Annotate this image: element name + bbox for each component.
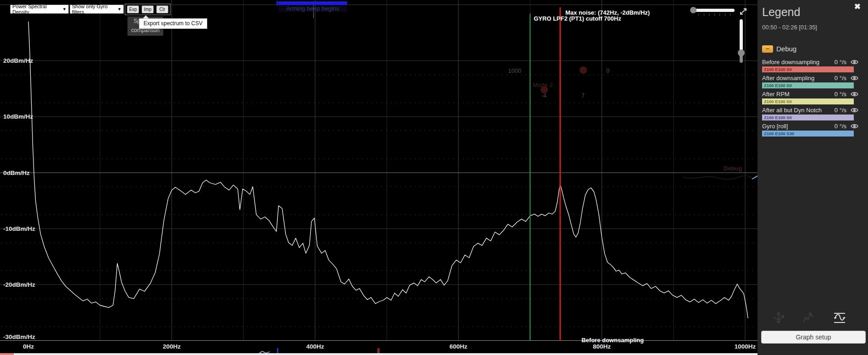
svg-text:600Hz: 600Hz [449,343,467,350]
svg-text:0dBm/Hz: 0dBm/Hz [3,169,30,176]
legend-entry[interactable]: After RPM0 °/sZ100 E100 S0 [762,91,858,107]
legend-entry-curve-settings[interactable]: Z100 E100 S0 [762,66,854,72]
legend-entry-label: After downsampling [762,75,835,82]
legend-entry-curve-settings[interactable]: Z100 E100 S0 [762,98,854,104]
zoom-vertical-icon[interactable] [771,311,786,325]
import-button[interactable]: Imp [142,5,154,13]
svg-text:800Hz: 800Hz [593,343,611,350]
timeline-arming-tick [277,348,278,353]
zoom-slider-tick [730,14,730,16]
horizontal-zoom-slider[interactable] [692,9,735,12]
legend-entry-label: Before downsampling [762,59,835,66]
legend-entry-curve-settings[interactable]: Z100 E100 S0 [762,82,854,88]
legend-entry[interactable]: Gyro [roll]0 °/sZ100 E100 S30 [762,123,858,139]
eye-visibility-icon[interactable] [851,123,858,129]
legend-entry[interactable]: After all but Dyn Notch0 °/sZ100 E100 S0 [762,107,858,123]
legend-entry-value: 0 °/s [835,59,846,66]
bg-stick-dot-right [580,66,587,74]
timeline-strip-marker [0,353,14,355]
chevron-down-icon: ▼ [62,7,66,11]
spectrum-analyzer-icon[interactable] [832,311,847,325]
vertical-zoom-tail [740,55,743,63]
spectrum-curve [28,22,748,318]
legend-entry[interactable]: After downsampling0 °/sZ100 E100 S0 [762,75,858,91]
svg-text:400Hz: 400Hz [306,343,324,350]
spectrum-type-select-value: Power Spectral Density [12,4,61,15]
spectrum-chart-region[interactable]: 20dBm/Hz10dBm/Hz0dBm/Hz-10dBm/Hz-20dBm/H… [0,0,757,355]
spectrum-io-button-group: Exp Imp Clr [125,4,171,15]
bg-stick-value-left: -4 [542,93,547,99]
export-csv-tooltip: Export spectrum to CSV [139,18,207,29]
eye-visibility-icon[interactable] [851,75,858,81]
group-collapse-toggle[interactable]: – [762,45,773,53]
zoom-slider-tick [714,14,715,16]
legend-time-range: 00:50 - 02:26 [01:35] [762,24,817,31]
legend-entry-value: 0 °/s [835,91,846,98]
svg-text:-30dBm/Hz: -30dBm/Hz [3,333,35,340]
legend-entry-value: 0 °/s [835,107,846,114]
close-icon[interactable]: ✖ [854,2,861,11]
svg-text:200Hz: 200Hz [163,343,181,350]
timeline-event-tick [377,348,380,353]
svg-text:-10dBm/Hz: -10dBm/Hz [3,225,35,232]
spectrum-plot-canvas[interactable]: 20dBm/Hz10dBm/Hz0dBm/Hz-10dBm/Hz-20dBm/H… [0,0,757,355]
svg-text:20dBm/Hz: 20dBm/Hz [3,57,33,64]
legend-entry-curve-settings[interactable]: Z100 E100 S0 [762,115,854,120]
lpf-cutoff-label: GYRO LPF2 (PT1) cutoff 700Hz [534,15,621,22]
legend-entries: Before downsampling0 °/sZ100 E100 S0Afte… [762,59,858,139]
svg-text:1000Hz: 1000Hz [735,343,756,350]
export-button[interactable]: Exp [127,5,139,13]
blackbox-spectrum-view: 20dBm/Hz10dBm/Hz0dBm/Hz-10dBm/Hz-20dBm/H… [0,0,868,355]
legend-entry-value: 0 °/s [835,75,846,82]
zoom-slider-tick [709,14,709,16]
horizontal-zoom-thumb[interactable] [690,7,697,13]
bg-graph-title: Debug [724,165,742,172]
arming-event-label: Arming beep begins [278,5,347,12]
legend-entry-curve-settings[interactable]: Z100 E100 S30 [762,131,854,137]
legend-panel: ✖ Legend 00:50 - 02:26 [01:35] – Debug B… [757,0,868,355]
legend-group-row[interactable]: – Debug [762,45,796,53]
svg-text:0Hz: 0Hz [23,343,34,350]
eye-visibility-icon[interactable] [851,91,858,97]
svg-text:10dBm/Hz: 10dBm/Hz [3,113,33,120]
bg-throttle-value: 1000 [508,67,521,74]
spectrum-type-select[interactable]: Power Spectral Density ▼ [10,5,69,14]
zoom-slider-tick [725,14,725,16]
eye-visibility-icon[interactable] [851,107,858,113]
svg-text:-20dBm/Hz: -20dBm/Hz [3,281,35,288]
legend-group-label: Debug [776,45,796,53]
zoom-slider-tick [704,14,704,16]
collapse-spectrum-icon[interactable] [738,6,749,17]
legend-entry-label: After all but Dyn Notch [762,107,835,114]
chevron-down-icon: ▼ [117,7,122,11]
timeline-strip[interactable] [0,353,757,355]
vertical-zoom-thumb[interactable] [738,49,745,56]
filter-mode-select[interactable]: Show only Gyro filters ▼ [70,5,124,14]
bg-stick-value-right: 7 [581,93,585,99]
legend-entry[interactable]: Before downsampling0 °/sZ100 E100 S0 [762,59,858,75]
clear-button[interactable]: Clr [156,5,168,13]
zoom-slider-tick [719,14,720,16]
eye-visibility-icon[interactable] [851,59,858,65]
legend-entry-value: 0 °/s [835,123,846,130]
bg-trace-fragment [752,175,757,179]
bg-right-value: 0 [606,67,609,74]
spectrum-series-label: Before downsampling [581,337,644,344]
legend-entry-label: After RPM [762,91,835,98]
legend-tool-icons [757,311,868,329]
filter-mode-select-value: Show only Gyro filters [72,4,116,15]
arming-event-tick [276,1,278,5]
graph-setup-button[interactable]: Graph setup [761,331,866,344]
zoom-waveform-icon[interactable] [802,311,816,325]
zoom-slider-tick [698,14,699,16]
legend-title: Legend [762,5,800,19]
legend-entry-label: Gyro [roll] [762,123,835,130]
arming-event-bar[interactable] [278,1,347,5]
